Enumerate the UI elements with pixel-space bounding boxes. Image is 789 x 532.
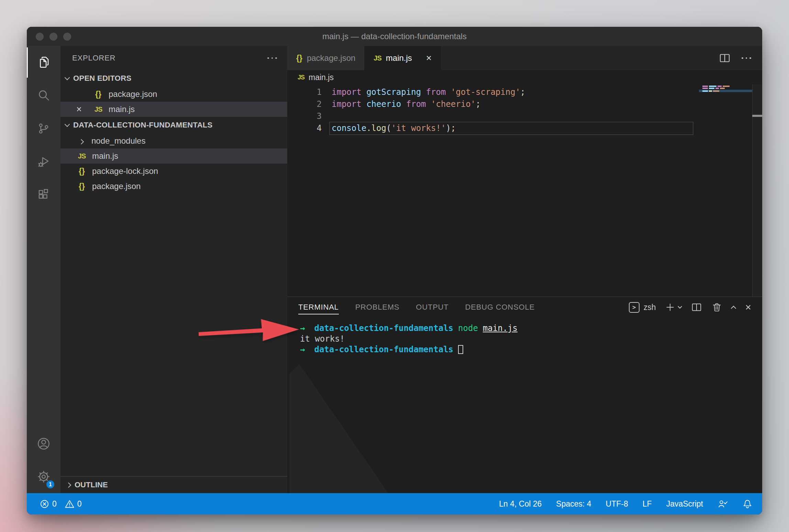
tab-package-json[interactable]: {} package.json bbox=[287, 46, 365, 70]
minimize-window-button[interactable] bbox=[49, 33, 57, 41]
titlebar[interactable]: main.js — data-collection-fundamentals bbox=[27, 27, 762, 46]
tab-main-js[interactable]: JS main.js × bbox=[365, 46, 441, 70]
tree-item-package-json[interactable]: {} package.json bbox=[60, 179, 287, 194]
folder-name: node_modules bbox=[91, 136, 145, 146]
terminal-content[interactable]: →data-collection-fundamentalsnodemain.js… bbox=[287, 318, 762, 493]
search-icon bbox=[37, 89, 50, 102]
panel-tabs: TERMINAL PROBLEMS OUTPUT DEBUG CONSOLE bbox=[298, 297, 535, 318]
editor-group: {} package.json JS main.js × bbox=[287, 46, 762, 493]
js-file-icon: JS bbox=[298, 74, 304, 81]
tab-problems[interactable]: PROBLEMS bbox=[355, 297, 400, 318]
minimap-line bbox=[702, 88, 725, 89]
breadcrumb[interactable]: JS main.js bbox=[287, 70, 762, 85]
sidebar-header: EXPLORER bbox=[60, 46, 287, 70]
run-debug-icon bbox=[37, 155, 50, 168]
breadcrumb-item: main.js bbox=[309, 73, 334, 82]
explorer-sidebar: EXPLORER OPEN EDITORS {} package.json × … bbox=[60, 46, 287, 493]
account-icon bbox=[37, 437, 51, 451]
sidebar-item-source-control[interactable] bbox=[27, 112, 60, 145]
tree-item-node-modules[interactable]: node_modules bbox=[60, 133, 287, 148]
problems-status[interactable]: 0 0 bbox=[40, 499, 82, 509]
close-panel-icon[interactable]: × bbox=[745, 302, 751, 312]
settings-button[interactable]: 1 bbox=[27, 460, 60, 493]
warning-count: 0 bbox=[77, 499, 82, 509]
tree-item-package-lock-json[interactable]: {} package-lock.json bbox=[60, 164, 287, 179]
activity-bar: 1 bbox=[27, 46, 60, 493]
maximize-panel-icon[interactable] bbox=[731, 306, 736, 311]
terminal-line: it works! bbox=[300, 334, 762, 344]
chevron-right-icon bbox=[66, 482, 71, 488]
tab-terminal[interactable]: TERMINAL bbox=[298, 297, 339, 318]
sidebar-title: EXPLORER bbox=[72, 54, 267, 63]
more-actions-icon[interactable] bbox=[267, 57, 277, 59]
sidebar-item-search[interactable] bbox=[27, 79, 60, 112]
zoom-window-button[interactable] bbox=[63, 33, 71, 41]
tab-output[interactable]: OUTPUT bbox=[416, 297, 448, 318]
tree-item-main-js[interactable]: JS main.js bbox=[60, 148, 287, 164]
language-mode[interactable]: JavaScript bbox=[666, 499, 703, 509]
section-folder-root[interactable]: DATA-COLLECTION-FUNDAMENTALS bbox=[60, 117, 287, 133]
sidebar-item-explorer[interactable] bbox=[27, 46, 60, 79]
files-icon bbox=[37, 56, 50, 69]
chevron-right-icon bbox=[75, 136, 87, 146]
line-number: 2 bbox=[287, 98, 322, 110]
file-name: main.js bbox=[92, 151, 118, 161]
open-editor-main-js[interactable]: × JS main.js bbox=[60, 102, 287, 117]
json-file-icon: {} bbox=[92, 90, 104, 99]
split-editor-icon[interactable] bbox=[719, 53, 731, 64]
chevron-down-icon bbox=[65, 121, 70, 127]
kill-terminal-icon[interactable] bbox=[712, 302, 722, 312]
panel-actions: > zsh bbox=[629, 302, 751, 313]
file-name: main.js bbox=[109, 104, 135, 114]
notifications-bell-icon[interactable] bbox=[742, 499, 753, 509]
panel-header: TERMINAL PROBLEMS OUTPUT DEBUG CONSOLE >… bbox=[287, 297, 762, 318]
editor-actions bbox=[719, 46, 762, 70]
line-number: 3 bbox=[287, 110, 322, 122]
split-terminal-icon[interactable] bbox=[691, 302, 702, 312]
code-text bbox=[322, 110, 332, 122]
eol-sequence[interactable]: LF bbox=[643, 499, 652, 509]
close-icon[interactable]: × bbox=[76, 104, 92, 115]
current-line-highlight bbox=[329, 122, 693, 135]
sidebar-item-run-debug[interactable] bbox=[27, 145, 60, 178]
desktop-background: main.js — data-collection-fundamentals bbox=[0, 0, 789, 532]
traffic-lights bbox=[36, 27, 71, 46]
section-outline[interactable]: OUTLINE bbox=[60, 476, 287, 493]
section-label: OPEN EDITORS bbox=[73, 74, 131, 83]
shell-name: zsh bbox=[644, 303, 656, 312]
line-number: 1 bbox=[287, 86, 322, 98]
error-count: 0 bbox=[52, 499, 57, 509]
chevron-down-icon[interactable] bbox=[678, 304, 682, 309]
tab-label: package.json bbox=[307, 53, 355, 63]
new-terminal-icon[interactable] bbox=[665, 302, 675, 312]
terminal-shell-select[interactable]: > zsh bbox=[629, 302, 656, 313]
account-button[interactable] bbox=[27, 427, 60, 460]
open-editor-package-json[interactable]: {} package.json bbox=[60, 87, 287, 102]
sidebar-item-extensions[interactable] bbox=[27, 178, 60, 211]
scrollbar-cursor-marker bbox=[752, 115, 762, 117]
code-line: 2 import cheerio from 'cheerio'; bbox=[287, 98, 762, 110]
feedback-icon[interactable] bbox=[718, 499, 728, 509]
code-editor[interactable]: 1 import gotScraping from 'got-scraping'… bbox=[287, 85, 762, 297]
close-window-button[interactable] bbox=[36, 33, 44, 41]
code-text: import cheerio from 'cheerio'; bbox=[322, 98, 481, 110]
close-icon[interactable]: × bbox=[426, 53, 432, 63]
vscode-window: main.js — data-collection-fundamentals bbox=[27, 27, 762, 514]
tab-label: main.js bbox=[386, 53, 412, 63]
terminal-line: →data-collection-fundamentals bbox=[300, 344, 762, 355]
tab-debug-console[interactable]: DEBUG CONSOLE bbox=[465, 297, 535, 318]
terminal-watermark bbox=[289, 364, 403, 493]
minimap-line bbox=[702, 86, 730, 87]
indentation[interactable]: Spaces: 4 bbox=[556, 499, 591, 509]
file-name: package-lock.json bbox=[92, 166, 158, 176]
encoding[interactable]: UTF-8 bbox=[606, 499, 628, 509]
section-open-editors[interactable]: OPEN EDITORS bbox=[60, 70, 287, 87]
status-bar: 0 0 Ln 4, Col 26 Spaces: 4 UTF-8 LF Java… bbox=[27, 493, 762, 514]
editor-scrollbar[interactable] bbox=[752, 85, 762, 297]
file-name: package.json bbox=[109, 89, 157, 99]
chevron-down-icon bbox=[65, 75, 70, 80]
minimap[interactable] bbox=[699, 85, 752, 297]
more-actions-icon[interactable] bbox=[742, 57, 751, 59]
cursor-position[interactable]: Ln 4, Col 26 bbox=[499, 499, 542, 509]
code-line: 1 import gotScraping from 'got-scraping'… bbox=[287, 86, 762, 98]
